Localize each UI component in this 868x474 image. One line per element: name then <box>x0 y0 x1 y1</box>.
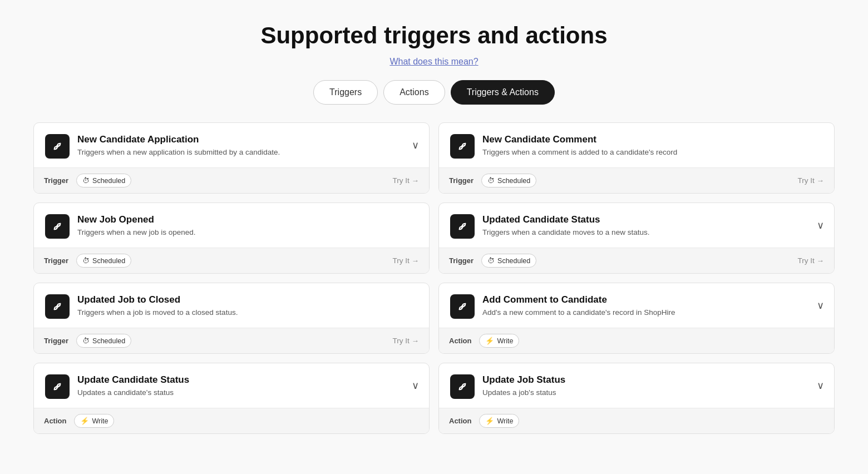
try-it-link[interactable]: Try It → <box>393 176 420 185</box>
card-description: Triggers when a new application is submi… <box>77 147 418 158</box>
clock-icon: ⏱ <box>82 256 90 265</box>
chevron-down-icon: ∨ <box>817 379 824 392</box>
app-icon <box>450 214 475 239</box>
clock-icon: ⏱ <box>487 256 495 265</box>
page-title: Supported triggers and actions <box>11 22 857 49</box>
card-footer: Trigger ⏱ Scheduled Try It → <box>34 248 429 273</box>
scheduled-badge: ⏱ Scheduled <box>76 254 131 268</box>
footer-type-label: Action <box>44 417 66 425</box>
card-footer: Trigger ⏱ Scheduled Try It → <box>439 248 834 273</box>
write-icon: ⚡ <box>485 417 494 425</box>
badge-label: Scheduled <box>92 337 125 345</box>
badge-label: Scheduled <box>92 257 125 265</box>
footer-type-label: Action <box>449 417 471 425</box>
card-title: Add Comment to Candidate <box>482 294 823 305</box>
card-title: New Job Opened <box>77 214 418 225</box>
chevron-down-icon: ∨ <box>412 139 419 151</box>
tab-triggers-actions[interactable]: Triggers & Actions <box>451 80 555 105</box>
card-body: Update Job Status Updates a job's status… <box>439 363 834 408</box>
card-body: Updated Job to Closed Triggers when a jo… <box>34 283 429 328</box>
badge-label: Write <box>92 417 108 425</box>
card-new-candidate-comment: New Candidate Comment Triggers when a co… <box>438 122 835 194</box>
card-footer: Action ⚡ Write <box>34 408 429 433</box>
svg-point-11 <box>461 305 463 308</box>
badge-label: Scheduled <box>92 177 125 185</box>
card-body: Update Candidate Status Updates a candid… <box>34 363 429 408</box>
chevron-down-icon: ∨ <box>817 299 824 312</box>
card-text: New Candidate Comment Triggers when a co… <box>482 134 823 158</box>
app-icon <box>450 294 475 319</box>
clock-icon: ⏱ <box>82 176 90 185</box>
chevron-down-icon: ∨ <box>412 379 419 392</box>
card-text: New Job Opened Triggers when a new job i… <box>77 214 418 238</box>
try-it-link[interactable]: Try It → <box>393 337 420 345</box>
try-it-link[interactable]: Try It → <box>393 256 420 265</box>
badge-label: Scheduled <box>497 177 530 185</box>
tab-triggers[interactable]: Triggers <box>313 80 378 105</box>
card-title: Updated Candidate Status <box>482 214 823 225</box>
card-title: Updated Job to Closed <box>77 294 418 305</box>
card-body: New Job Opened Triggers when a new job i… <box>34 203 429 248</box>
card-description: Updates a candidate's status <box>77 388 418 398</box>
svg-point-1 <box>56 145 58 147</box>
app-icon <box>45 374 70 399</box>
try-it-link[interactable]: Try It → <box>798 176 825 185</box>
try-it-link[interactable]: Try It → <box>798 256 825 265</box>
svg-point-7 <box>461 225 463 228</box>
card-title: Update Candidate Status <box>77 374 418 386</box>
footer-type-label: Trigger <box>44 176 68 185</box>
card-body: New Candidate Application Triggers when … <box>34 123 429 167</box>
card-footer: Trigger ⏱ Scheduled Try It → <box>34 167 429 193</box>
tab-actions[interactable]: Actions <box>383 80 445 105</box>
svg-point-9 <box>56 305 58 308</box>
card-footer: Action ⚡ Write <box>439 408 834 433</box>
scheduled-badge: ⏱ Scheduled <box>76 334 131 348</box>
card-description: Triggers when a candidate moves to a new… <box>482 228 823 238</box>
scheduled-badge: ⏱ Scheduled <box>481 174 536 187</box>
card-description: Triggers when a new job is opened. <box>77 228 418 238</box>
scheduled-badge: ⏱ Scheduled <box>481 254 536 268</box>
card-text: Update Candidate Status Updates a candid… <box>77 374 418 398</box>
card-new-candidate-application: New Candidate Application Triggers when … <box>33 122 430 194</box>
card-title: New Candidate Comment <box>482 134 823 145</box>
card-footer: Trigger ⏱ Scheduled Try It → <box>439 167 834 193</box>
card-text: Updated Job to Closed Triggers when a jo… <box>77 294 418 318</box>
page-header: Supported triggers and actions What does… <box>11 22 857 67</box>
card-text: Updated Candidate Status Triggers when a… <box>482 214 823 238</box>
card-title: New Candidate Application <box>77 134 418 145</box>
svg-point-3 <box>461 145 463 147</box>
write-badge: ⚡ Write <box>479 414 519 428</box>
footer-type-label: Trigger <box>449 176 474 185</box>
help-link[interactable]: What does this mean? <box>389 57 478 66</box>
footer-type-label: Trigger <box>44 256 68 265</box>
cards-grid: New Candidate Application Triggers when … <box>33 122 835 434</box>
write-badge: ⚡ Write <box>479 334 519 348</box>
card-updated-candidate-status: Updated Candidate Status Triggers when a… <box>438 203 835 274</box>
scheduled-badge: ⏱ Scheduled <box>76 174 131 187</box>
card-description: Updates a job's status <box>482 388 823 398</box>
app-icon <box>450 134 475 159</box>
write-icon: ⚡ <box>485 337 494 345</box>
card-footer: Action ⚡ Write <box>439 328 834 353</box>
card-body: Updated Candidate Status Triggers when a… <box>439 203 834 248</box>
card-add-comment-to-candidate: Add Comment to Candidate Add's a new com… <box>438 283 835 354</box>
footer-type-label: Trigger <box>44 337 68 345</box>
footer-type-label: Action <box>449 337 471 345</box>
app-icon <box>450 374 475 399</box>
card-update-job-status: Update Job Status Updates a job's status… <box>438 363 835 434</box>
badge-label: Scheduled <box>497 257 530 265</box>
card-body: New Candidate Comment Triggers when a co… <box>439 123 834 167</box>
card-body: Add Comment to Candidate Add's a new com… <box>439 283 834 328</box>
card-new-job-opened: New Job Opened Triggers when a new job i… <box>33 203 430 274</box>
card-update-candidate-status: Update Candidate Status Updates a candid… <box>33 363 430 434</box>
clock-icon: ⏱ <box>487 176 495 185</box>
card-title: Update Job Status <box>482 374 823 386</box>
badge-label: Write <box>497 417 513 425</box>
write-icon: ⚡ <box>80 417 89 425</box>
footer-type-label: Trigger <box>449 256 474 265</box>
app-icon <box>45 214 70 239</box>
card-text: New Candidate Application Triggers when … <box>77 134 418 158</box>
card-text: Update Job Status Updates a job's status <box>482 374 823 398</box>
card-description: Add's a new comment to a candidate's rec… <box>482 308 823 318</box>
svg-point-13 <box>56 386 58 388</box>
